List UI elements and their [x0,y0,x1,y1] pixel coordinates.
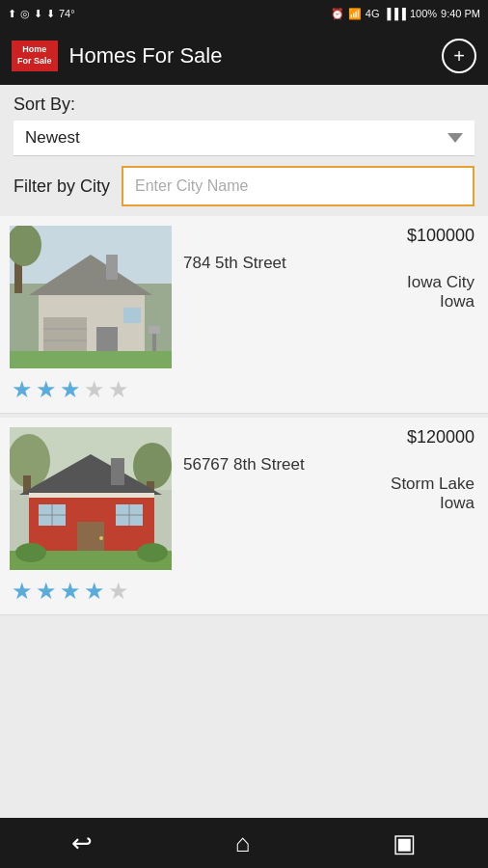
sort-label: Sort By: [14,95,474,115]
svg-rect-10 [96,327,118,354]
filter-label: Filter by City [14,176,110,197]
svg-point-34 [15,543,46,562]
wifi-icon: 📶 [348,8,362,20]
star-1: ★ [12,578,33,605]
time: 9:40 PM [441,8,480,19]
chevron-down-icon [447,133,463,143]
listing-item[interactable]: $120000 56767 8th Street Storm Lake Iowa… [0,418,488,615]
listing-price-1: $100000 [407,226,474,246]
content-area: Sort By: Newest Filter by City [0,85,488,818]
listing-image-2 [10,427,172,570]
svg-rect-12 [106,255,118,280]
listing-stars-2: ★ ★ ★ ★ ★ [10,578,474,605]
app-bar: Home For Sale Homes For Sale + [0,27,488,85]
sort-value: Newest [25,128,80,148]
signal-icon: ▐▐▐ [384,8,406,19]
listing-city-2: Storm Lake [391,475,474,494]
svg-rect-24 [29,493,154,498]
svg-rect-13 [10,351,172,368]
star-5: ★ [108,376,129,403]
page-title: Homes For Sale [69,43,430,68]
star-2: ★ [36,376,57,403]
back-button[interactable]: ↩ [71,828,93,858]
star-4: ★ [84,376,105,403]
listing-state-2: Iowa [440,494,474,513]
listing-price-2: $120000 [407,427,474,448]
status-bar: ⬆ ◎ ⬇ ⬇ 74° ⏰ 📶 4G ▐▐▐ 100% 9:40 PM [0,0,488,27]
star-3: ★ [60,376,81,403]
alarm-icon: ⏰ [331,8,344,20]
listing-info-1: $100000 784 5th Street Iowa City Iowa [183,226,474,368]
status-right: ⏰ 📶 4G ▐▐▐ 100% 9:40 PM [331,8,480,20]
listing-stars-1: ★ ★ ★ ★ ★ [10,376,474,403]
location-icon: ◎ [20,8,30,20]
home-button[interactable]: ⌂ [235,828,251,858]
star-5: ★ [108,578,129,605]
app-logo: Home For Sale [12,41,58,70]
star-3: ★ [60,578,81,605]
sort-section: Sort By: Newest [0,85,488,156]
download2-icon: ⬇ [46,8,55,20]
city-filter-input[interactable] [122,166,474,206]
listing-address-1: 784 5th Street [183,254,474,273]
sort-select[interactable]: Newest [14,121,474,156]
bottom-nav: ↩ ⌂ ▣ [0,818,488,868]
listing-image-1 [10,226,172,368]
network-icon: 4G [366,8,380,19]
listing-item[interactable]: $100000 784 5th Street Iowa City Iowa ★ … [0,216,488,414]
star-2: ★ [36,578,57,605]
svg-rect-11 [123,308,141,323]
upload-icon: ⬆ [8,8,16,20]
svg-rect-15 [149,326,160,334]
listing-state-1: Iowa [440,292,474,312]
listing-address-2: 56767 8th Street [183,455,474,475]
star-4: ★ [84,578,105,605]
svg-point-32 [99,536,103,540]
add-listing-button[interactable]: + [442,39,476,73]
recents-button[interactable]: ▣ [393,828,417,858]
svg-point-35 [137,543,168,562]
status-left: ⬆ ◎ ⬇ ⬇ 74° [8,8,75,20]
battery: 100% [410,8,437,19]
listing-city-1: Iowa City [407,273,474,292]
listing-info-2: $120000 56767 8th Street Storm Lake Iowa [183,427,474,570]
svg-rect-7 [43,317,87,354]
download-icon: ⬇ [34,8,42,20]
star-1: ★ [12,376,33,403]
temperature: 74° [59,8,75,19]
filter-row: Filter by City [0,156,488,216]
svg-rect-36 [111,458,124,485]
